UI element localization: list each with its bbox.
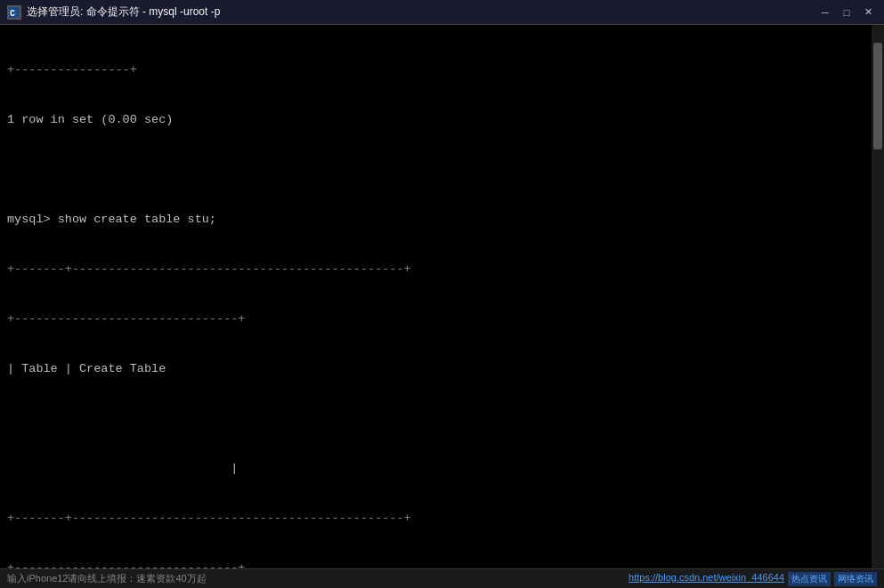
scrollbar[interactable]	[872, 25, 884, 568]
status-link[interactable]: https://blog.csdn.net/weixin_446644	[629, 572, 784, 586]
title-bar: C 选择管理员: 命令提示符 - mysql -uroot -p ─ □ ✕	[0, 0, 884, 25]
cmd-icon: C	[7, 5, 21, 20]
terminal-content: +----------------+ 1 row in set (0.00 se…	[7, 28, 877, 568]
line-9: |	[7, 461, 877, 477]
scrollbar-thumb[interactable]	[873, 43, 882, 149]
line-7: | Table | Create Table	[7, 361, 877, 377]
status-bar: 输入iPhone12请向线上填报：速素资款40万起 https://blog.c…	[0, 568, 884, 588]
line-3	[7, 162, 877, 178]
title-bar-controls: ─ □ ✕	[816, 4, 877, 20]
line-11: +-------------------------------+	[7, 560, 877, 568]
line-10: +-------+-------------------------------…	[7, 511, 877, 527]
status-left-text: 输入iPhone12请向线上填报：速素资款40万起	[7, 572, 207, 585]
bottom-right: https://blog.csdn.net/weixin_446644 热点资讯…	[629, 572, 877, 586]
title-bar-left: C 选择管理员: 命令提示符 - mysql -uroot -p	[7, 4, 220, 20]
line-1: +----------------+	[7, 62, 877, 78]
terminal-body[interactable]: +----------------+ 1 row in set (0.00 se…	[0, 25, 884, 568]
terminal-window: C 选择管理员: 命令提示符 - mysql -uroot -p ─ □ ✕ +…	[0, 0, 884, 588]
line-5: +-------+-------------------------------…	[7, 262, 877, 278]
line-8	[7, 411, 877, 427]
line-4: mysql> show create table stu;	[7, 212, 877, 228]
line-6: +-------------------------------+	[7, 311, 877, 327]
close-button[interactable]: ✕	[859, 4, 877, 20]
window-title: 选择管理员: 命令提示符 - mysql -uroot -p	[27, 4, 220, 20]
line-2: 1 row in set (0.00 sec)	[7, 112, 877, 128]
badge-1: 热点资讯	[788, 572, 831, 586]
minimize-button[interactable]: ─	[816, 4, 834, 20]
badge-2: 网络资讯	[834, 572, 877, 586]
maximize-button[interactable]: □	[838, 4, 856, 20]
svg-text:C: C	[10, 9, 15, 18]
